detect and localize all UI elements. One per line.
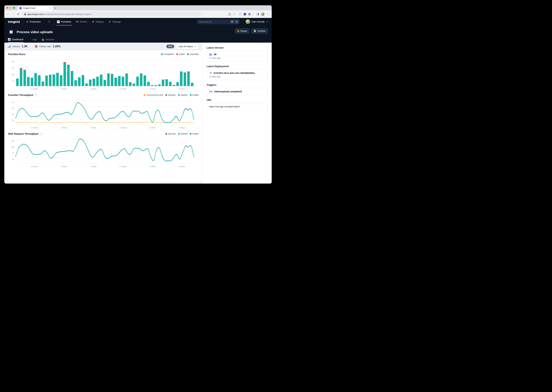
bar-completed xyxy=(52,74,55,86)
search-input[interactable] xyxy=(199,21,229,23)
nav-item-deploys[interactable]: Deploys xyxy=(92,18,104,26)
bar-completed xyxy=(23,70,26,86)
share-icon[interactable] xyxy=(228,13,231,15)
sdk-request-throughput-chart[interactable]: 357010514011:30am3:30pm7:30pm11:30pm3:30… xyxy=(8,135,195,168)
stats-bar: Volume 1.3K ✕ Failure rate 1.20% Beta La… xyxy=(4,43,202,50)
legend-item: Ended xyxy=(190,133,198,135)
event-trigger-icon xyxy=(209,90,213,93)
series-queued xyxy=(16,103,194,123)
address-bar[interactable]: app.inngest.com/env/production/functions… xyxy=(22,12,201,17)
x-axis-tick: 11:30am xyxy=(31,88,38,90)
side-panel-icon[interactable] xyxy=(256,13,259,15)
y-axis-tick: 60 xyxy=(12,67,14,69)
search-box[interactable]: ⌘ K xyxy=(197,19,240,24)
bar-completed xyxy=(82,75,84,86)
pause-icon xyxy=(237,30,239,32)
refresh-icon[interactable] xyxy=(17,13,20,15)
puzzle-extensions-icon[interactable] xyxy=(248,13,251,15)
browser-tab-bar: Inngest Cloud ✕ + xyxy=(4,5,272,10)
legend-dot xyxy=(166,94,167,96)
legend-item: Concurrency Limit xyxy=(144,94,163,96)
bar-completed xyxy=(114,78,117,86)
bar-failed xyxy=(63,62,66,63)
minimize-window-button[interactable] xyxy=(10,7,12,9)
user-menu[interactable]: Dan Farrelly xyxy=(246,19,268,24)
tab-versions[interactable]: Versions xyxy=(42,38,55,43)
x-axis-tick: 11:30am xyxy=(31,166,38,168)
wrench-icon xyxy=(109,21,111,23)
bar-completed xyxy=(63,63,66,86)
url-card[interactable]: https://my-app.com/api/inngest xyxy=(207,103,267,110)
rocket-icon xyxy=(209,72,212,74)
tab-dashboard[interactable]: Dashboard xyxy=(8,38,23,43)
pause-button[interactable]: Pause xyxy=(235,28,250,34)
close-window-button[interactable] xyxy=(6,7,8,9)
browser-menu-icon[interactable]: ⋮ xyxy=(267,13,269,16)
function-tabs: Dashboard >_ Logs Versions xyxy=(8,38,268,43)
tab-close-icon[interactable]: ✕ xyxy=(49,7,51,9)
bar-failed xyxy=(45,76,48,76)
bar-completed xyxy=(122,77,124,86)
tab-logs[interactable]: >_ Logs xyxy=(28,38,37,43)
archive-icon xyxy=(254,30,256,32)
time-range-select[interactable]: Last 24 Hours xyxy=(176,44,198,49)
info-icon[interactable]: i xyxy=(40,133,42,135)
x-axis-tick: 3:30am xyxy=(149,166,156,168)
latest-deployment-card[interactable]: 5141387e-35c2-4efe-a421-4843b86258dc 14 … xyxy=(207,69,267,80)
sdk-throughput-section: SDK Request Throughput i QueuedStartedEn… xyxy=(4,130,202,169)
bar-completed xyxy=(100,75,102,86)
nav-item-events[interactable]: Events xyxy=(76,18,87,26)
extension-icon[interactable] xyxy=(244,13,246,15)
beta-badge: Beta xyxy=(166,45,174,48)
browser-tab[interactable]: Inngest Cloud ✕ xyxy=(18,6,53,10)
function-url: https://my-app.com/api/inngest xyxy=(209,105,265,108)
bar-failed xyxy=(20,68,22,69)
legend-dot xyxy=(144,94,145,96)
bookmark-star-icon[interactable]: ☆ xyxy=(233,13,235,16)
archive-button[interactable]: Archive xyxy=(251,28,268,34)
x-axis-tick: 3:30pm xyxy=(61,127,67,129)
maximize-window-button[interactable] xyxy=(13,7,15,9)
new-tab-button[interactable]: + xyxy=(54,7,56,10)
legend-dot xyxy=(166,133,167,135)
latest-deployment-heading: Latest Deployment xyxy=(207,65,267,68)
back-icon[interactable]: ← xyxy=(7,13,9,16)
nav-item-functions[interactable]: <> Functions xyxy=(57,18,71,26)
legend-dot xyxy=(190,94,191,96)
env-status-dot xyxy=(27,21,28,22)
chevron-down-icon xyxy=(195,46,196,47)
bar-completed xyxy=(16,79,19,86)
page-title: Process video uploads xyxy=(17,30,53,34)
toolbar-icons: ☆ i ↓ ⋮ xyxy=(228,13,269,16)
bar-completed xyxy=(45,76,48,86)
series-started xyxy=(16,103,194,123)
browser-profile-avatar[interactable] xyxy=(261,13,264,16)
bar-completed xyxy=(49,75,51,86)
y-axis-tick: 60 xyxy=(12,107,14,109)
latest-version-card[interactable]: 39 14 days ago xyxy=(207,51,267,62)
nav-item-manage[interactable]: Manage xyxy=(109,18,121,26)
inngest-logo[interactable]: inngest xyxy=(8,20,20,24)
url-heading: URL xyxy=(207,98,267,101)
x-axis-tick: 3:30pm xyxy=(61,166,67,168)
url-path: /env/production/functions/growth-webapp-… xyxy=(43,13,92,15)
x-axis-tick: 3:30am xyxy=(149,127,156,129)
info-extension-icon[interactable]: i xyxy=(239,13,241,15)
trigger-card[interactable]: video/upload.completed xyxy=(207,88,267,95)
downloads-icon[interactable]: ↓ xyxy=(253,13,254,16)
bar-completed xyxy=(60,76,62,86)
legend-item: Started xyxy=(178,94,187,96)
function-throughput-chart[interactable]: 2040608011:30am3:30pm7:30pm11:30pm3:30am… xyxy=(8,96,195,130)
deployment-hash: 5141387e-35c2-4efe-a421-4843b86258dc xyxy=(214,72,255,74)
environment-selector[interactable]: Production xyxy=(26,20,51,23)
function-throughput-section: Function Throughput i Concurrency LimitQ… xyxy=(4,91,202,130)
chart-legend: CompletedFailedCanceled xyxy=(161,53,198,55)
forward-icon[interactable]: → xyxy=(12,13,15,16)
function-runs-chart[interactable]: 2040608011:30am3:30pm7:30pm11:30pm3:30am… xyxy=(8,56,195,91)
legend-item: Failed xyxy=(176,53,184,55)
function-header: <> Process video uploads Pause Archive D… xyxy=(4,26,272,43)
info-icon[interactable]: i xyxy=(35,94,37,96)
terminal-icon: >_ xyxy=(28,38,31,41)
divider xyxy=(242,18,243,26)
bar-completed xyxy=(85,84,88,86)
